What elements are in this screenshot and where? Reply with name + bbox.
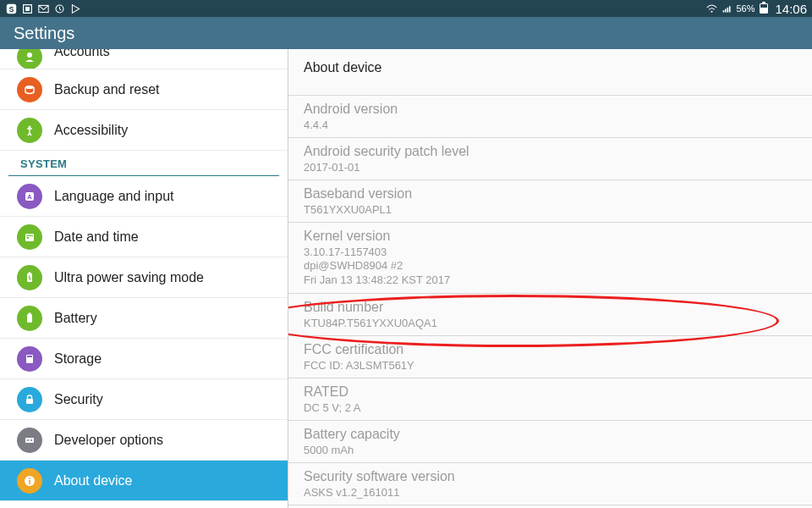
play-icon bbox=[69, 3, 81, 14]
detail-item-title: Build number bbox=[304, 300, 797, 315]
detail-list[interactable]: SM-T561Y Android version 4.4.4 Android s… bbox=[288, 86, 812, 508]
svg-rect-25 bbox=[26, 399, 33, 404]
sidebar-item-label: Storage bbox=[54, 351, 102, 367]
screenshot-icon bbox=[21, 3, 33, 14]
svg-point-11 bbox=[27, 52, 32, 58]
detail-item-title: Kernel version bbox=[304, 229, 797, 244]
svg-text:S: S bbox=[8, 4, 14, 13]
detail-item-sub: FCC ID: A3LSMT561Y bbox=[304, 359, 797, 372]
storage-icon bbox=[17, 346, 42, 372]
svg-point-6 bbox=[710, 10, 712, 12]
detail-item-sub: 3.10.17-1157403 dpi@SWHD8904 #2 Fri Jan … bbox=[304, 246, 797, 287]
detail-item-title: FCC certification bbox=[304, 342, 797, 357]
sidebar-item-storage[interactable]: Storage bbox=[0, 339, 288, 379]
content-area: Accounts Backup and reset Accessibility … bbox=[0, 49, 812, 508]
sidebar-item-backup-reset[interactable]: Backup and reset bbox=[0, 69, 288, 110]
detail-item-title: Security software version bbox=[304, 469, 797, 484]
datetime-icon bbox=[17, 224, 42, 250]
detail-item-title: Android security patch level bbox=[304, 144, 797, 159]
detail-item-battery-capacity[interactable]: Battery capacity 5000 mAh bbox=[288, 421, 812, 463]
sidebar-item-label: Language and input bbox=[54, 189, 173, 204]
svg-rect-8 bbox=[725, 8, 727, 12]
svg-rect-9 bbox=[727, 7, 728, 12]
android-statusbar: S 56% 14:06 bbox=[0, 0, 812, 17]
sidebar-section-system: SYSTEM bbox=[8, 152, 279, 176]
sidebar-item-developer-options[interactable]: Developer options bbox=[0, 420, 288, 461]
svg-point-12 bbox=[25, 86, 34, 89]
sidebar-item-about-device[interactable]: About device bbox=[0, 461, 288, 501]
gmail-icon bbox=[37, 3, 49, 14]
update-icon bbox=[53, 3, 65, 14]
svg-rect-16 bbox=[25, 234, 34, 241]
detail-item-security-software[interactable]: Security software version ASKS v1.2_1610… bbox=[288, 463, 812, 505]
detail-item-sub: 2017-01-01 bbox=[304, 161, 797, 174]
battery-icon bbox=[758, 3, 770, 14]
detail-item-kernel[interactable]: Kernel version 3.10.17-1157403 dpi@SWHD8… bbox=[288, 223, 812, 294]
detail-item-model[interactable]: SM-T561Y bbox=[288, 86, 812, 96]
svg-rect-17 bbox=[26, 235, 33, 236]
sidebar-item-accessibility[interactable]: Accessibility bbox=[0, 110, 288, 151]
detail-item-baseband[interactable]: Baseband version T561YXXU0APL1 bbox=[288, 180, 812, 223]
svg-rect-18 bbox=[27, 237, 29, 239]
svg-point-28 bbox=[30, 439, 32, 441]
svg-point-30 bbox=[29, 478, 30, 479]
svg-rect-22 bbox=[29, 312, 31, 314]
sidebar-item-accounts[interactable]: Accounts bbox=[0, 49, 288, 69]
detail-item-sub: 4.4.4 bbox=[304, 119, 797, 131]
signal-icon bbox=[721, 3, 732, 14]
svg-rect-3 bbox=[25, 7, 30, 11]
sidebar-item-label: Developer options bbox=[54, 433, 163, 448]
sidebar-item-label: About device bbox=[54, 473, 133, 489]
sidebar-item-label: Ultra power saving mode bbox=[54, 270, 204, 285]
svg-rect-21 bbox=[27, 314, 32, 323]
detail-item-title: Battery capacity bbox=[304, 427, 797, 442]
svg-rect-7 bbox=[723, 10, 725, 12]
detail-item-sub: ASKS v1.2_161011 bbox=[304, 486, 797, 499]
app-title: Settings bbox=[14, 24, 74, 43]
backup-icon bbox=[17, 77, 42, 102]
svg-text:A: A bbox=[27, 193, 32, 201]
security-icon bbox=[17, 387, 42, 412]
sidebar-item-label: Accounts bbox=[54, 49, 110, 59]
accessibility-icon bbox=[17, 118, 42, 143]
detail-item-security-patch[interactable]: Android security patch level 2017-01-01 bbox=[288, 138, 812, 180]
about-icon bbox=[17, 468, 42, 494]
sidebar-item-label: Battery bbox=[54, 311, 97, 326]
status-left-icons: S bbox=[5, 3, 81, 14]
sidebar-item-label: Date and time bbox=[54, 229, 139, 245]
detail-item-build-number[interactable]: Build number KTU84P.T561YXXU0AQA1 bbox=[288, 294, 812, 336]
settings-sidebar: Accounts Backup and reset Accessibility … bbox=[0, 49, 288, 508]
detail-header: About device bbox=[288, 49, 812, 86]
detail-item-sub: DC 5 V; 2 A bbox=[304, 401, 797, 414]
sidebar-item-date-time[interactable]: Date and time bbox=[0, 217, 288, 257]
detail-item-sub: 5000 mAh bbox=[304, 444, 797, 456]
powersave-icon bbox=[17, 265, 42, 290]
svg-rect-31 bbox=[29, 480, 30, 484]
battery-menu-icon bbox=[17, 306, 42, 331]
battery-percent-text: 56% bbox=[736, 3, 754, 14]
detail-item-android-version[interactable]: Android version 4.4.4 bbox=[288, 96, 812, 138]
sidebar-item-security[interactable]: Security bbox=[0, 379, 288, 420]
sidebar-item-label: Backup and reset bbox=[54, 82, 160, 97]
svg-point-27 bbox=[27, 439, 29, 441]
detail-item-rated[interactable]: RATED DC 5 V; 2 A bbox=[288, 378, 812, 421]
detail-item-title: Android version bbox=[304, 102, 797, 117]
app-titlebar: Settings bbox=[0, 17, 812, 49]
sidebar-item-battery[interactable]: Battery bbox=[0, 298, 288, 339]
detail-pane: About device SM-T561Y Android version 4.… bbox=[288, 49, 812, 508]
sidebar-item-ultra-power-saving[interactable]: Ultra power saving mode bbox=[0, 257, 288, 298]
detail-header-title: About device bbox=[304, 60, 382, 75]
wifi-icon bbox=[705, 3, 717, 14]
detail-item-sub: T561YXXU0APL1 bbox=[304, 203, 797, 216]
detail-item-sub: SM-T561Y bbox=[304, 86, 797, 89]
detail-item-title: RATED bbox=[304, 384, 797, 400]
status-right-icons: 56% 14:06 bbox=[705, 2, 807, 16]
language-icon: A bbox=[17, 184, 42, 209]
sidebar-item-label: Accessibility bbox=[54, 123, 128, 138]
accounts-icon bbox=[17, 49, 42, 69]
svg-rect-20 bbox=[29, 272, 31, 273]
detail-item-fcc[interactable]: FCC certification FCC ID: A3LSMT561Y bbox=[288, 336, 812, 378]
sidebar-item-language-input[interactable]: A Language and input bbox=[0, 176, 288, 217]
svg-rect-24 bbox=[27, 356, 32, 357]
clock-text: 14:06 bbox=[775, 2, 807, 16]
